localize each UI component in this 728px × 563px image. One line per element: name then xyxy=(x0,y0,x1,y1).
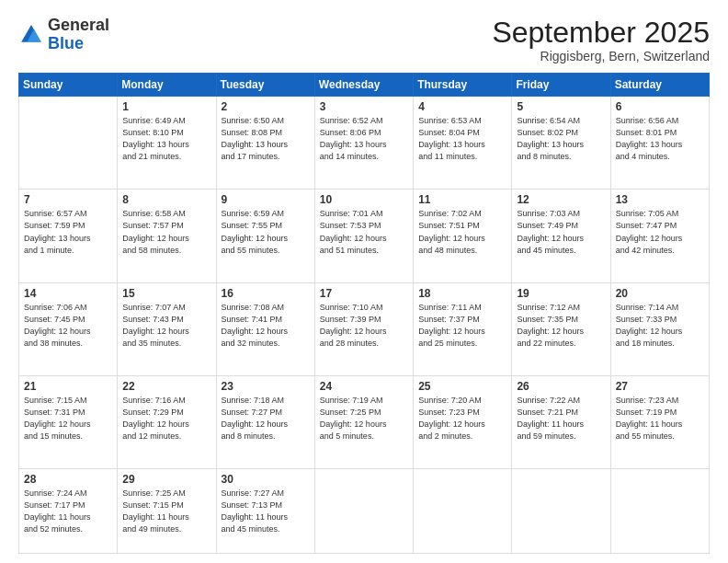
day-number: 19 xyxy=(517,287,605,300)
logo-icon xyxy=(18,22,44,48)
day-number: 15 xyxy=(122,287,210,300)
day-info: Sunrise: 7:01 AM Sunset: 7:53 PM Dayligh… xyxy=(320,208,408,256)
calendar-day-cell xyxy=(19,97,118,190)
day-info: Sunrise: 7:23 AM Sunset: 7:19 PM Dayligh… xyxy=(616,395,704,442)
calendar-day-cell: 12Sunrise: 7:03 AM Sunset: 7:49 PM Dayli… xyxy=(512,190,610,282)
header: General Blue September 2025 Riggisberg, … xyxy=(18,17,710,63)
calendar-day-cell xyxy=(314,469,413,554)
calendar-day-cell: 28Sunrise: 7:24 AM Sunset: 7:17 PM Dayli… xyxy=(19,469,118,554)
day-number: 5 xyxy=(517,100,605,113)
calendar-day-cell xyxy=(512,469,610,554)
calendar-day-cell: 20Sunrise: 7:14 AM Sunset: 7:33 PM Dayli… xyxy=(610,282,709,375)
calendar-week-row: 1Sunrise: 6:49 AM Sunset: 8:10 PM Daylig… xyxy=(19,97,710,190)
calendar-day-header: Friday xyxy=(512,74,610,97)
calendar-day-cell: 9Sunrise: 6:59 AM Sunset: 7:55 PM Daylig… xyxy=(216,190,314,282)
day-number: 13 xyxy=(616,193,704,206)
calendar-day-cell: 2Sunrise: 6:50 AM Sunset: 8:08 PM Daylig… xyxy=(216,97,314,190)
calendar-day-header: Wednesday xyxy=(314,74,413,97)
calendar-day-cell: 27Sunrise: 7:23 AM Sunset: 7:19 PM Dayli… xyxy=(610,375,709,468)
calendar-header-row: SundayMondayTuesdayWednesdayThursdayFrid… xyxy=(19,74,710,97)
day-info: Sunrise: 6:50 AM Sunset: 8:08 PM Dayligh… xyxy=(222,115,310,163)
location: Riggisberg, Bern, Switzerland xyxy=(492,49,710,63)
calendar-week-row: 28Sunrise: 7:24 AM Sunset: 7:17 PM Dayli… xyxy=(19,469,710,554)
day-info: Sunrise: 6:59 AM Sunset: 7:55 PM Dayligh… xyxy=(222,208,310,256)
day-number: 24 xyxy=(320,380,408,393)
day-number: 16 xyxy=(222,287,310,300)
logo-blue-text: Blue xyxy=(48,34,84,52)
day-info: Sunrise: 6:49 AM Sunset: 8:10 PM Dayligh… xyxy=(122,115,210,163)
calendar-day-header: Monday xyxy=(118,74,216,97)
calendar-day-cell: 25Sunrise: 7:20 AM Sunset: 7:23 PM Dayli… xyxy=(414,375,512,468)
calendar-day-cell: 3Sunrise: 6:52 AM Sunset: 8:06 PM Daylig… xyxy=(314,97,413,190)
calendar-day-cell: 22Sunrise: 7:16 AM Sunset: 7:29 PM Dayli… xyxy=(118,375,216,468)
day-number: 27 xyxy=(616,380,704,393)
calendar-day-cell: 6Sunrise: 6:56 AM Sunset: 8:01 PM Daylig… xyxy=(610,97,709,190)
calendar-day-cell: 30Sunrise: 7:27 AM Sunset: 7:13 PM Dayli… xyxy=(216,469,314,554)
day-info: Sunrise: 7:02 AM Sunset: 7:51 PM Dayligh… xyxy=(418,208,506,256)
page: General Blue September 2025 Riggisberg, … xyxy=(0,0,728,563)
day-info: Sunrise: 7:15 AM Sunset: 7:31 PM Dayligh… xyxy=(24,395,112,442)
logo: General Blue xyxy=(18,17,109,53)
calendar-day-cell: 8Sunrise: 6:58 AM Sunset: 7:57 PM Daylig… xyxy=(118,190,216,282)
day-info: Sunrise: 7:20 AM Sunset: 7:23 PM Dayligh… xyxy=(418,395,506,442)
day-number: 22 xyxy=(122,380,210,393)
day-number: 26 xyxy=(517,380,605,393)
day-info: Sunrise: 6:57 AM Sunset: 7:59 PM Dayligh… xyxy=(24,208,112,256)
day-info: Sunrise: 7:14 AM Sunset: 7:33 PM Dayligh… xyxy=(616,302,704,350)
day-info: Sunrise: 7:18 AM Sunset: 7:27 PM Dayligh… xyxy=(222,395,310,442)
day-info: Sunrise: 7:06 AM Sunset: 7:45 PM Dayligh… xyxy=(24,302,112,350)
calendar-day-cell: 4Sunrise: 6:53 AM Sunset: 8:04 PM Daylig… xyxy=(414,97,512,190)
calendar-day-cell: 14Sunrise: 7:06 AM Sunset: 7:45 PM Dayli… xyxy=(19,282,118,375)
day-number: 4 xyxy=(418,100,506,113)
calendar-day-cell: 24Sunrise: 7:19 AM Sunset: 7:25 PM Dayli… xyxy=(314,375,413,468)
logo-general-text: General xyxy=(48,16,109,34)
month-title: September 2025 xyxy=(492,17,710,49)
day-info: Sunrise: 7:16 AM Sunset: 7:29 PM Dayligh… xyxy=(122,395,210,442)
calendar-week-row: 14Sunrise: 7:06 AM Sunset: 7:45 PM Dayli… xyxy=(19,282,710,375)
day-info: Sunrise: 7:22 AM Sunset: 7:21 PM Dayligh… xyxy=(517,395,605,442)
day-number: 11 xyxy=(418,193,506,206)
day-number: 30 xyxy=(222,473,310,486)
day-number: 7 xyxy=(24,193,112,206)
day-info: Sunrise: 7:11 AM Sunset: 7:37 PM Dayligh… xyxy=(418,302,506,350)
day-info: Sunrise: 6:56 AM Sunset: 8:01 PM Dayligh… xyxy=(616,115,704,163)
day-info: Sunrise: 7:07 AM Sunset: 7:43 PM Dayligh… xyxy=(122,302,210,350)
calendar-day-cell: 10Sunrise: 7:01 AM Sunset: 7:53 PM Dayli… xyxy=(314,190,413,282)
day-number: 2 xyxy=(222,100,310,113)
day-number: 18 xyxy=(418,287,506,300)
day-info: Sunrise: 7:10 AM Sunset: 7:39 PM Dayligh… xyxy=(320,302,408,350)
day-info: Sunrise: 6:54 AM Sunset: 8:02 PM Dayligh… xyxy=(517,115,605,163)
day-info: Sunrise: 7:27 AM Sunset: 7:13 PM Dayligh… xyxy=(222,488,310,535)
calendar-day-cell: 15Sunrise: 7:07 AM Sunset: 7:43 PM Dayli… xyxy=(118,282,216,375)
day-info: Sunrise: 6:52 AM Sunset: 8:06 PM Dayligh… xyxy=(320,115,408,163)
calendar-table: SundayMondayTuesdayWednesdayThursdayFrid… xyxy=(18,73,710,554)
day-info: Sunrise: 7:12 AM Sunset: 7:35 PM Dayligh… xyxy=(517,302,605,350)
calendar-day-cell: 23Sunrise: 7:18 AM Sunset: 7:27 PM Dayli… xyxy=(216,375,314,468)
calendar-day-cell: 5Sunrise: 6:54 AM Sunset: 8:02 PM Daylig… xyxy=(512,97,610,190)
calendar-day-cell: 17Sunrise: 7:10 AM Sunset: 7:39 PM Dayli… xyxy=(314,282,413,375)
day-number: 21 xyxy=(24,380,112,393)
day-info: Sunrise: 6:53 AM Sunset: 8:04 PM Dayligh… xyxy=(418,115,506,163)
day-number: 12 xyxy=(517,193,605,206)
calendar-day-cell: 29Sunrise: 7:25 AM Sunset: 7:15 PM Dayli… xyxy=(118,469,216,554)
calendar-day-cell xyxy=(414,469,512,554)
day-info: Sunrise: 7:25 AM Sunset: 7:15 PM Dayligh… xyxy=(122,488,210,535)
calendar-day-header: Sunday xyxy=(19,74,118,97)
calendar-day-cell xyxy=(610,469,709,554)
calendar-week-row: 21Sunrise: 7:15 AM Sunset: 7:31 PM Dayli… xyxy=(19,375,710,468)
calendar-day-cell: 16Sunrise: 7:08 AM Sunset: 7:41 PM Dayli… xyxy=(216,282,314,375)
day-info: Sunrise: 7:05 AM Sunset: 7:47 PM Dayligh… xyxy=(616,208,704,256)
day-number: 28 xyxy=(24,473,112,486)
day-number: 9 xyxy=(222,193,310,206)
day-number: 3 xyxy=(320,100,408,113)
day-number: 17 xyxy=(320,287,408,300)
day-number: 29 xyxy=(122,473,210,486)
calendar-day-cell: 18Sunrise: 7:11 AM Sunset: 7:37 PM Dayli… xyxy=(414,282,512,375)
calendar-day-cell: 11Sunrise: 7:02 AM Sunset: 7:51 PM Dayli… xyxy=(414,190,512,282)
day-number: 10 xyxy=(320,193,408,206)
title-block: September 2025 Riggisberg, Bern, Switzer… xyxy=(492,17,710,63)
day-info: Sunrise: 7:03 AM Sunset: 7:49 PM Dayligh… xyxy=(517,208,605,256)
day-info: Sunrise: 7:24 AM Sunset: 7:17 PM Dayligh… xyxy=(24,488,112,535)
calendar-day-cell: 19Sunrise: 7:12 AM Sunset: 7:35 PM Dayli… xyxy=(512,282,610,375)
day-info: Sunrise: 7:08 AM Sunset: 7:41 PM Dayligh… xyxy=(222,302,310,350)
